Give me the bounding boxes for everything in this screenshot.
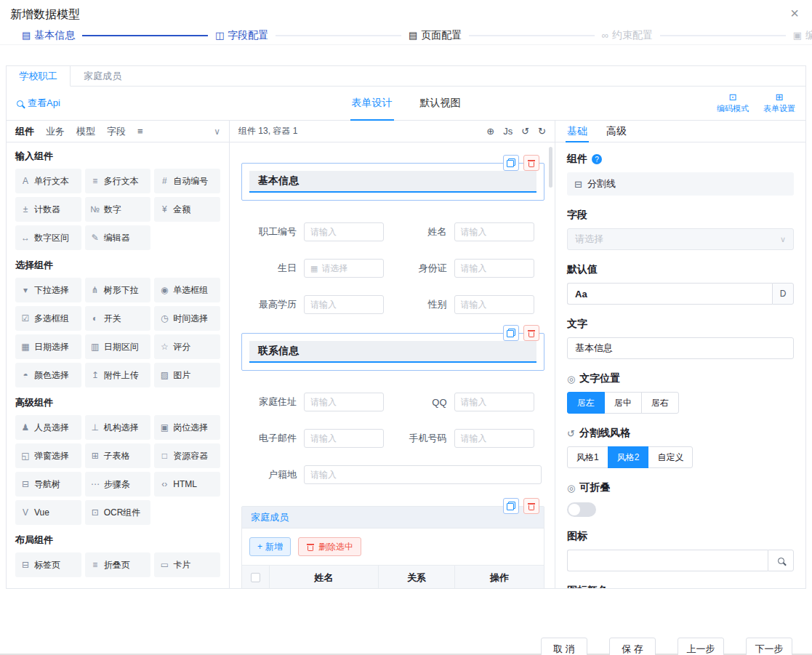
palette-item[interactable]: №数字 — [85, 197, 151, 222]
position-option-2[interactable]: 居中 — [604, 392, 642, 414]
step-3[interactable]: ▤页面配置 — [409, 29, 462, 42]
form-settings-button[interactable]: ⊞表单设置 — [763, 92, 795, 114]
style-option-2[interactable]: 风格2 — [608, 446, 649, 468]
field-input[interactable]: ▦请选择 — [304, 259, 384, 278]
divider-component[interactable]: 联系信息 — [241, 333, 544, 371]
palette-item[interactable]: ↥附件上传 — [85, 363, 151, 387]
field-select[interactable]: 请选择 ∨ — [567, 228, 794, 250]
palette-item[interactable]: A单行文本 — [15, 169, 81, 193]
js-icon[interactable]: Js — [503, 126, 512, 137]
copy-button[interactable] — [503, 325, 519, 341]
icon-input[interactable] — [567, 550, 768, 571]
default-value-input[interactable]: Aa — [567, 283, 772, 305]
redo-icon[interactable]: ↻ — [538, 126, 546, 137]
field-input[interactable]: 请输入 — [454, 393, 534, 411]
step-4[interactable]: ∞约束配置 — [602, 29, 653, 42]
palette-item[interactable]: ⊡OCR组件 — [85, 500, 151, 525]
palette-item[interactable]: #自动编号 — [154, 169, 220, 193]
palette-item[interactable]: ◱弹窗选择 — [15, 443, 81, 468]
palette-item[interactable]: ◓颜色选择 — [15, 363, 81, 387]
default-value-addon-button[interactable]: D — [772, 283, 794, 305]
copy-button[interactable] — [503, 155, 519, 171]
chevron-down-icon[interactable]: ∨ — [214, 126, 220, 137]
palette-item[interactable]: ✎编辑器 — [85, 225, 151, 250]
prev-step-button[interactable]: 上一步 — [678, 638, 724, 655]
palette-item[interactable]: ♟人员选择 — [15, 415, 81, 440]
field-input[interactable]: 请输入 — [454, 295, 534, 314]
palette-item[interactable]: ◐开关 — [85, 306, 151, 331]
model-tab-1[interactable]: 学校职工 — [7, 66, 71, 87]
palette-item[interactable]: VVue — [15, 500, 81, 525]
style-option-3[interactable]: 自定义 — [648, 446, 693, 468]
position-option-3[interactable]: 居右 — [641, 392, 679, 414]
palette-item[interactable]: ▾下拉选择 — [15, 278, 81, 302]
palette-item[interactable]: ▭卡片 — [154, 552, 220, 577]
close-icon[interactable]: × — [790, 7, 799, 19]
palette-item[interactable]: ▦日期选择 — [15, 334, 81, 359]
palette-item[interactable]: ▥日期区间 — [85, 334, 151, 359]
menu-icon[interactable]: ≡ — [137, 126, 143, 137]
delete-button[interactable] — [523, 498, 539, 514]
text-input[interactable]: 基本信息 — [567, 337, 794, 359]
collapsible-toggle[interactable] — [567, 502, 596, 517]
palette-item[interactable]: ⋔树形下拉 — [85, 278, 151, 302]
field-input[interactable]: 请输入 — [304, 295, 384, 314]
palette-item[interactable]: ‹›HTML — [154, 472, 220, 497]
delete-button[interactable] — [523, 325, 539, 341]
palette-item[interactable]: ⊟标签页 — [15, 552, 81, 577]
palette-item[interactable]: ≡折叠页 — [85, 552, 151, 577]
copy-button[interactable] — [503, 498, 519, 514]
props-tab-2[interactable]: 高级 — [606, 121, 627, 142]
view-api-link[interactable]: 查看Api — [17, 97, 60, 110]
palette-item[interactable]: ◉单选框组 — [154, 278, 220, 302]
palette-tab-3[interactable]: 模型 — [76, 125, 95, 138]
delete-button[interactable] — [523, 155, 539, 171]
select-all-checkbox[interactable] — [251, 573, 260, 582]
palette-item[interactable]: ▨图片 — [154, 363, 220, 387]
save-button[interactable]: 保 存 — [609, 638, 656, 655]
step-2[interactable]: ◫字段配置 — [215, 29, 268, 42]
design-tab-2[interactable]: 默认视图 — [420, 87, 461, 120]
step-1[interactable]: ▤基本信息 — [22, 29, 75, 42]
field-input[interactable]: 请输入 — [304, 429, 384, 448]
palette-item[interactable]: ⊞子表格 — [85, 443, 151, 468]
cancel-button[interactable]: 取 消 — [541, 638, 587, 655]
code-mode-button[interactable]: ⊡编码模式 — [717, 92, 749, 114]
palette-item[interactable]: ◷时间选择 — [154, 306, 220, 331]
palette-item[interactable]: ≡多行文本 — [85, 169, 151, 193]
palette-tab-4[interactable]: 字段 — [107, 125, 126, 138]
model-tab-2[interactable]: 家庭成员 — [71, 66, 134, 86]
undo-icon[interactable]: ↺ — [521, 126, 529, 137]
field-input[interactable]: 请输入 — [304, 393, 384, 411]
scrollbar[interactable] — [549, 147, 552, 188]
position-option-1[interactable]: 居左 — [567, 392, 605, 414]
field-input[interactable]: 请输入 — [454, 259, 534, 278]
design-tab-1[interactable]: 表单设计 — [352, 87, 393, 120]
palette-item[interactable]: ↔数字区间 — [15, 225, 81, 250]
icon-search-button[interactable] — [768, 550, 794, 571]
palette-item[interactable]: □资源容器 — [154, 443, 220, 468]
divider-component[interactable]: 基本信息 — [241, 163, 544, 201]
subtable-component[interactable]: 家庭成员+新增删除选中姓名关系操作 — [241, 506, 544, 588]
delete-selected-button[interactable]: 删除选中 — [298, 537, 361, 556]
palette-item[interactable]: ⊟导航树 — [15, 472, 81, 497]
props-tab-1[interactable]: 基础 — [567, 121, 587, 142]
palette-tab-2[interactable]: 业务 — [46, 125, 65, 138]
style-option-1[interactable]: 风格1 — [567, 446, 608, 468]
step-5[interactable]: ▣编码规 — [793, 29, 812, 42]
palette-item[interactable]: ¥金额 — [154, 197, 220, 222]
field-input[interactable]: 请输入 — [454, 222, 534, 241]
field-input[interactable]: 请输入 — [454, 429, 534, 448]
palette-item[interactable]: ☆评分 — [154, 334, 220, 359]
palette-tab-1[interactable]: 组件 — [15, 125, 34, 138]
palette-item[interactable]: ⊥机构选择 — [85, 415, 151, 440]
palette-item[interactable]: ▣岗位选择 — [154, 415, 220, 440]
palette-item[interactable]: ☑多选框组 — [15, 306, 81, 331]
field-input[interactable]: 请输入 — [304, 222, 384, 241]
palette-item[interactable]: ⋯步骤条 — [85, 472, 151, 497]
field-input[interactable]: 请输入 — [304, 465, 542, 484]
add-row-button[interactable]: +新增 — [249, 537, 291, 556]
help-icon[interactable]: ? — [592, 154, 602, 164]
palette-item[interactable]: ±计数器 — [15, 197, 81, 222]
globe-icon[interactable]: ⊕ — [486, 126, 494, 137]
